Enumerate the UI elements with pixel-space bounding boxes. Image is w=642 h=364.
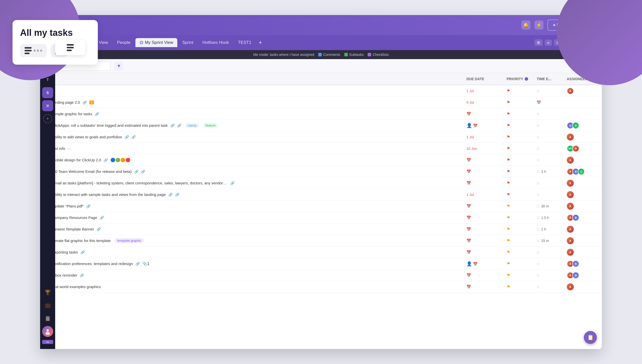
time-est-cell: ⊟ <box>537 250 567 254</box>
link-icon: 🔗 <box>81 250 85 254</box>
priority-cell: ⚑ <box>507 146 537 151</box>
time-icon: ⊟ <box>537 239 540 243</box>
task-name-cell: ≡ 2.0 Team Welcome Email (for release an… <box>45 169 466 174</box>
task-text: ClickApps: roll u subtasks' time logged … <box>52 123 168 128</box>
task-name-cell: ≡ Mobile design for ClickUp 2.0 🔗 🔵🟢🟠🔴 <box>45 158 466 162</box>
lightning-icon[interactable]: ⚡ <box>534 21 543 30</box>
time-est-cell: ⊟ <box>537 181 567 185</box>
time-icon: ⊟ <box>537 124 540 128</box>
assignees-cell: A <box>567 249 597 256</box>
task-text: Simple graphic for tasks <box>52 112 92 116</box>
list-view-btn[interactable]: ≡ <box>545 40 552 46</box>
avatar: A <box>567 237 574 244</box>
due-date-cell: 👤 📅 <box>466 123 507 128</box>
time-est-cell: ⊟ <box>537 112 567 116</box>
table-header: DUE DATE PRIORITY TIME E... ASSIGNEES + <box>40 73 602 85</box>
time-est-cell: ⊟ <box>537 124 567 128</box>
table-row: ≡ Notification preferences: templates an… <box>40 258 602 270</box>
avatar-group: MT A <box>567 145 597 152</box>
link-icon-2: 🔗 <box>175 193 179 197</box>
user-avatar[interactable] <box>42 326 53 337</box>
calendar-icon: 📅 <box>466 112 471 116</box>
table-row: ≡ Ability to add views to goals and port… <box>40 131 602 143</box>
priority-flag: ⚑ <box>507 285 510 289</box>
comments-checkbox[interactable]: Comments <box>318 53 340 57</box>
due-date-cell: 📅 <box>466 238 507 243</box>
dots-icon <box>34 50 42 52</box>
link-icon: 🔗 <box>86 204 91 208</box>
filter-funnel-button[interactable] <box>114 62 123 71</box>
time-est-cell: ⊟ <box>537 158 567 162</box>
task-text: Email as tasks [platform] - ticketing sy… <box>52 181 228 185</box>
assignees-cell: A <box>567 237 597 244</box>
assignees-cell: A <box>567 283 597 290</box>
due-date-cell: 📅 <box>466 204 507 208</box>
sidebar-trophy-icon[interactable]: 🏆 <box>42 287 53 298</box>
link-icon: 🔗 <box>168 193 173 197</box>
calendar-icon: 📅 <box>466 169 471 174</box>
app-window: 🔔 ⚡ + New Task ▾ 📅 Calendar Sprint View … <box>40 15 602 349</box>
tab-test1[interactable]: TEST1 <box>234 38 255 47</box>
sidebar-clipboard-icon[interactable]: 📋 <box>42 313 53 324</box>
task-name-cell: ≡ Notification preferences: templates an… <box>45 261 466 266</box>
tab-hotfixes[interactable]: Hotfixes Hook <box>198 38 233 47</box>
svg-point-0 <box>46 329 49 332</box>
link-icon: 🔗 <box>125 135 129 139</box>
avatar: A <box>567 134 574 141</box>
table-row: ≡ real world examples graphics 📅 ⚑ ⊟ A <box>40 281 602 293</box>
link-icon-2: 🔗 <box>177 124 181 128</box>
task-name-cell: ≡ List info — <box>45 146 466 151</box>
tab-people-label: People <box>117 40 130 45</box>
priority-icon <box>525 77 528 81</box>
priority-flag: ⚑ <box>507 89 510 93</box>
tab-sprint-label: Sprint <box>182 40 193 45</box>
table-row: ≡ Newest Template Banner 🔗 📅 ⚑ ⊟ 2 h A <box>40 223 602 235</box>
link-icon: 🔗 <box>80 273 84 277</box>
link-icon-2: 🔗 <box>131 135 136 139</box>
my-sprint-view-tab-icon <box>139 41 143 45</box>
priority-cell: ⚑ <box>507 284 537 289</box>
link-icon: 🔗 <box>100 216 104 220</box>
clipboard-fab-button[interactable]: 📋 <box>584 331 597 344</box>
tab-sprint[interactable]: Sprint <box>178 38 197 47</box>
grid-view-btn[interactable]: ⊞ <box>534 39 543 46</box>
task-name-cell: ≡ Ability to interact with sample tasks … <box>45 192 466 197</box>
task-name-cell: ≡ Newest Template Banner 🔗 <box>45 227 466 231</box>
priority-flag: ⚑ <box>507 204 510 208</box>
priority-cell: ⚑ <box>507 227 537 231</box>
sidebar-item-list[interactable]: ≡ <box>42 100 53 111</box>
priority-flag: ⚑ <box>507 262 510 266</box>
checklists-checkbox[interactable]: Checklists <box>368 53 389 57</box>
due-date-cell: 📅 <box>466 215 507 220</box>
due-date-cell: 📅 <box>466 250 507 255</box>
time-icon: ⊟ <box>537 193 540 197</box>
calendar-icon: 📅 <box>466 227 471 231</box>
priority-cell: ⚑ <box>507 135 537 139</box>
tab-my-sprint-view[interactable]: My Sprint View <box>135 38 177 47</box>
sidebar-item-s[interactable]: S <box>42 87 53 98</box>
bell-icon[interactable]: 🔔 <box>521 21 530 30</box>
table-row: ≡ 1 Jul ⚑ ⊟ A <box>40 85 602 97</box>
avatar: B <box>572 260 579 267</box>
tab-people[interactable]: People <box>113 38 134 47</box>
time-est-cell: ⊟ 15 m <box>537 239 567 243</box>
canny-tag: canny <box>185 123 199 128</box>
avatar: B <box>572 272 579 279</box>
tab-add-button[interactable]: + <box>256 38 265 47</box>
sidebar-briefcase-icon[interactable]: 💼 <box>42 300 53 311</box>
time-est-cell: ⊟ <box>537 285 567 289</box>
time-icon: ⊟ <box>537 262 540 266</box>
task-text: Ability to add views to goals and portfo… <box>52 135 122 139</box>
link-icon-2: 🔗 <box>141 170 145 174</box>
subtasks-checkbox[interactable]: Subtasks <box>344 53 364 57</box>
sidebar-add-button[interactable]: + <box>43 114 52 123</box>
priority-cell: ⚑ <box>507 158 537 162</box>
due-date-cell: 👤 📅 <box>466 261 507 267</box>
avatar-group: A B <box>567 260 597 267</box>
svg-point-1 <box>45 332 50 335</box>
due-date-cell: 📅 <box>466 158 507 162</box>
avatar-group: U V <box>567 122 597 129</box>
table-row: ≡ Mobile design for ClickUp 2.0 🔗 🔵🟢🟠🔴 📅… <box>40 154 602 166</box>
tab-bar: 📅 Calendar Sprint View People My Sprint … <box>40 35 602 50</box>
time-est-cell: ⊟ 2 h <box>537 227 567 231</box>
